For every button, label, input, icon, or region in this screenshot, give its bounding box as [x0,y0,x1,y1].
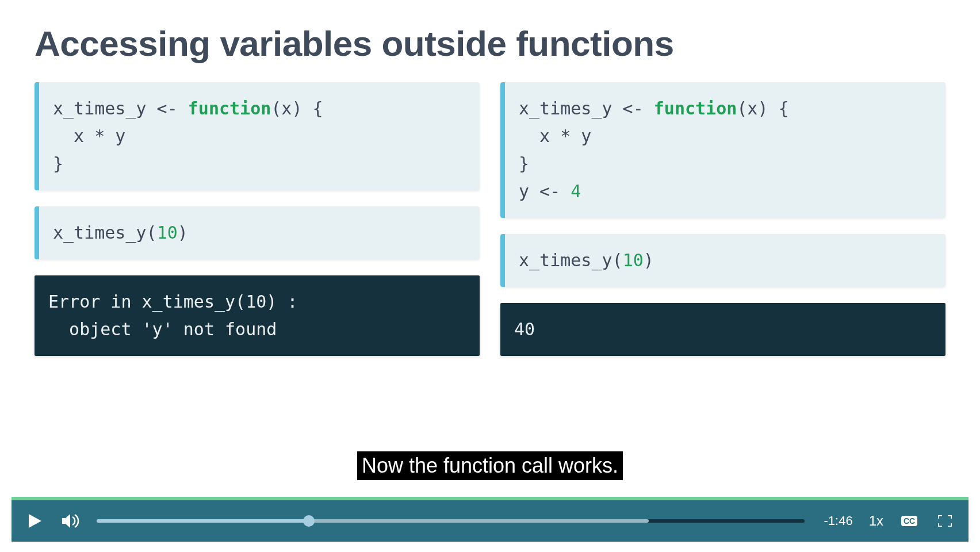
code-block-right-2: x_times_y(10) [500,234,945,287]
subtitle-caption: Now the function call works. [357,451,623,480]
code-text: x_times_y <- [53,98,188,118]
slide-title: Accessing variables outside functions [35,23,945,64]
code-text: ) [178,223,188,243]
code-number: 4 [571,181,581,201]
code-text: x_times_y( [53,223,157,243]
code-text: x * y [53,126,125,146]
time-remaining: -1:46 [817,513,853,528]
progress-track[interactable] [97,519,805,523]
code-text: } [519,154,529,174]
video-player-bar: -1:46 1x CC [12,500,968,542]
code-number: 10 [157,223,178,243]
volume-icon [62,513,79,528]
progress-thumb[interactable] [303,515,315,527]
progress-container: -1:46 [97,513,853,528]
code-text: (x) { [737,98,788,118]
play-icon [29,514,41,528]
code-keyword: function [654,98,737,118]
output-block-right: 40 [500,303,945,356]
code-text: x_times_y( [519,250,623,270]
slide-content: Accessing variables outside functions x_… [12,0,968,457]
output-block-left: Error in x_times_y(10) : object 'y' not … [35,275,480,356]
code-text: } [53,154,63,174]
svg-marker-1 [62,514,70,528]
code-text: (x) { [271,98,323,118]
code-keyword: function [188,98,271,118]
code-number: 10 [623,250,644,270]
playback-speed-button[interactable]: 1x [869,513,883,529]
code-text: x_times_y <- [519,98,654,118]
code-block-left-2: x_times_y(10) [35,206,480,259]
code-text: x * y [519,126,591,146]
fullscreen-icon [938,515,952,527]
code-block-left-1: x_times_y <- function(x) { x * y } [35,82,480,190]
svg-marker-0 [29,514,41,528]
caption-container: Now the function call works. [0,451,980,480]
fullscreen-button[interactable] [935,511,955,531]
closed-captions-button[interactable]: CC [899,511,919,531]
code-text: y <- [519,181,571,201]
code-text: ) [644,250,654,270]
right-column: x_times_y <- function(x) { x * y } y <- … [500,82,945,356]
volume-button[interactable] [61,511,81,531]
progress-played [97,519,309,523]
play-button[interactable] [25,511,45,531]
code-block-right-1: x_times_y <- function(x) { x * y } y <- … [500,82,945,218]
cc-icon: CC [901,516,917,526]
left-column: x_times_y <- function(x) { x * y } x_tim… [35,82,480,356]
columns: x_times_y <- function(x) { x * y } x_tim… [35,82,945,356]
